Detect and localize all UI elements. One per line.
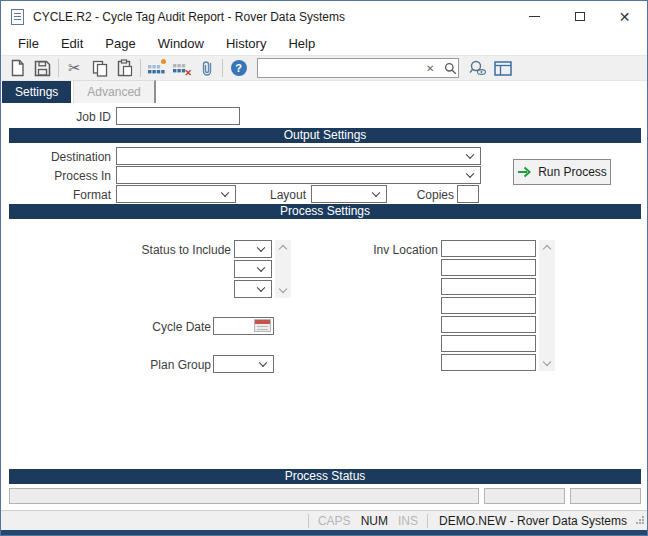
search-go-button[interactable] — [439, 62, 462, 75]
title-bar: CYCLE.R2 - Cycle Tag Audit Report - Rove… — [1, 1, 647, 32]
process-status-time-field — [570, 488, 641, 504]
menu-bar: File Edit Page Window History Help — [1, 32, 647, 55]
inv-location-input-4[interactable] — [441, 297, 536, 314]
insert-row-button[interactable] — [144, 57, 169, 79]
paperclip-icon — [199, 59, 215, 77]
format-label: Format — [1, 186, 111, 204]
paste-button[interactable] — [112, 57, 137, 79]
toolbar-separator — [222, 59, 223, 77]
delete-row-button[interactable]: ✕ — [169, 57, 194, 79]
copy-button[interactable] — [87, 57, 112, 79]
menu-edit[interactable]: Edit — [50, 33, 94, 54]
search-icon — [444, 62, 457, 75]
scroll-down-icon — [279, 285, 287, 293]
close-icon: ✕ — [619, 10, 631, 24]
resize-grip[interactable] — [634, 514, 646, 528]
document-icon — [11, 9, 24, 25]
attach-button[interactable] — [194, 57, 219, 79]
copy-icon — [92, 60, 108, 77]
status-include-select-1[interactable] — [234, 240, 272, 258]
search-box: ✕ — [257, 58, 459, 78]
new-document-button[interactable] — [5, 57, 30, 79]
help-button[interactable]: ? — [226, 57, 251, 79]
app-window: CYCLE.R2 - Cycle Tag Audit Report - Rove… — [0, 0, 648, 536]
run-process-label: Run Process — [538, 165, 607, 179]
run-arrow-icon — [517, 166, 531, 178]
scroll-up-icon — [279, 245, 287, 253]
cut-icon: ✂ — [68, 59, 81, 77]
menu-file[interactable]: File — [7, 33, 50, 54]
session-label: DEMO.NEW - Rover Data Systems — [432, 514, 634, 528]
menu-history[interactable]: History — [215, 33, 277, 54]
cycle-date-label: Cycle Date — [126, 318, 211, 336]
close-button[interactable]: ✕ — [602, 1, 647, 32]
status-include-scrollbar[interactable] — [275, 240, 291, 298]
chevron-down-icon — [257, 244, 265, 252]
inv-location-scrollbar[interactable] — [539, 240, 555, 371]
calendar-icon[interactable] — [254, 319, 271, 332]
status-include-select-2[interactable] — [234, 260, 272, 278]
scroll-up-icon — [543, 245, 551, 253]
search-input[interactable] — [258, 60, 421, 76]
help-icon: ? — [231, 60, 247, 76]
inv-location-input-5[interactable] — [441, 316, 536, 333]
inv-location-input-3[interactable] — [441, 278, 536, 295]
process-settings-header: Process Settings — [9, 204, 641, 219]
new-document-icon — [10, 59, 25, 77]
settings-panel: Job ID Output Settings Destination Proce… — [1, 103, 647, 513]
maximize-button[interactable] — [557, 1, 602, 32]
tab-strip: Settings Advanced — [1, 81, 647, 103]
chevron-down-icon — [259, 359, 267, 367]
inv-location-input-1[interactable] — [441, 240, 536, 257]
destination-label: Destination — [1, 148, 111, 166]
chevron-down-icon — [466, 170, 474, 178]
status-bar: CAPS NUM INS DEMO.NEW - Rover Data Syste… — [1, 510, 647, 530]
menu-page[interactable]: Page — [94, 33, 146, 54]
statusbar-separator — [308, 514, 309, 528]
find-record-button[interactable] — [465, 57, 490, 79]
copies-label: Copies — [399, 186, 454, 204]
format-select[interactable] — [116, 185, 236, 203]
maximize-icon — [575, 12, 585, 21]
save-icon — [34, 60, 51, 77]
num-indicator: NUM — [356, 514, 393, 528]
plan-group-select[interactable] — [213, 355, 274, 373]
find-record-icon — [469, 60, 487, 76]
menu-window[interactable]: Window — [147, 33, 215, 54]
inv-location-input-7[interactable] — [441, 354, 536, 371]
cut-button[interactable]: ✂ — [62, 57, 87, 79]
window-bottom-frame — [1, 530, 647, 535]
toolbar-separator — [58, 59, 59, 77]
minimize-button[interactable] — [512, 1, 557, 32]
chevron-down-icon — [257, 264, 265, 272]
process-status-header: Process Status — [9, 469, 641, 484]
save-button[interactable] — [30, 57, 55, 79]
layout-panels-button[interactable] — [490, 57, 515, 79]
process-status-message-field — [9, 488, 479, 504]
inv-location-input-6[interactable] — [441, 335, 536, 352]
status-include-select-3[interactable] — [234, 280, 272, 298]
layout-label: Layout — [246, 186, 306, 204]
job-id-label: Job ID — [1, 108, 111, 126]
chevron-down-icon — [372, 189, 380, 197]
chevron-down-icon — [221, 189, 229, 197]
inv-location-input-2[interactable] — [441, 259, 536, 276]
tab-settings[interactable]: Settings — [2, 81, 71, 103]
process-in-label: Process In — [1, 167, 111, 185]
clear-search-icon[interactable]: ✕ — [421, 63, 439, 74]
menu-help[interactable]: Help — [277, 33, 326, 54]
layout-panels-icon — [494, 61, 512, 76]
process-status-count-field — [484, 488, 565, 504]
run-process-button[interactable]: Run Process — [513, 159, 611, 185]
scroll-down-icon — [543, 358, 551, 366]
minimize-icon — [529, 16, 540, 17]
paste-icon — [117, 59, 133, 77]
copies-input[interactable] — [457, 185, 479, 203]
process-in-select[interactable] — [116, 166, 481, 184]
statusbar-separator — [427, 514, 428, 528]
job-id-input[interactable] — [116, 107, 240, 125]
tab-advanced[interactable]: Advanced — [73, 80, 155, 103]
toolbar: ✂ ✕ ? — [1, 55, 647, 81]
destination-select[interactable] — [116, 147, 481, 165]
layout-select[interactable] — [311, 185, 387, 203]
